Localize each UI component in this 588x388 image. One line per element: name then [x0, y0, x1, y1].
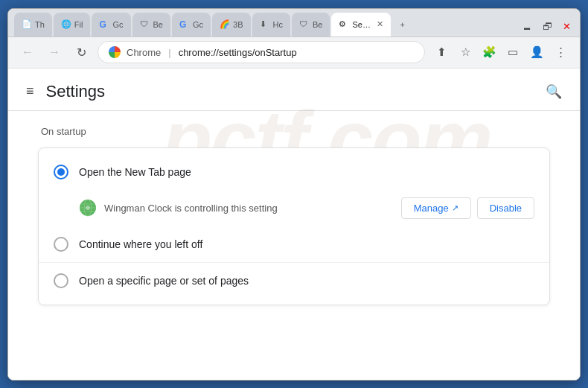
tab-be1[interactable]: 🛡 Be	[132, 13, 170, 36]
share-button[interactable]: ⬆	[431, 42, 452, 63]
radio-new-tab[interactable]	[54, 165, 68, 179]
tab-label-be2: Be	[313, 20, 322, 29]
tab-icon-hc: ⬇	[260, 19, 270, 30]
tab-3b[interactable]: 🌈 3B	[212, 13, 250, 36]
settings-header-left: ≡ Settings	[26, 82, 105, 101]
browser-window: 📄 Th 🌐 Fil G Gc 🛡 Be G Gc 🌈 3B	[7, 8, 581, 381]
tab-gc1[interactable]: G Gc	[92, 13, 130, 36]
extensions-button[interactable]: 🧩	[479, 42, 499, 63]
option-specific[interactable]: Open a specific page or set of pages	[39, 262, 549, 299]
url-separator: |	[168, 47, 170, 58]
share-icon: ⬆	[437, 45, 447, 59]
extensions-icon: 🧩	[482, 45, 496, 59]
settings-title: Settings	[46, 82, 106, 101]
reload-icon: ↻	[77, 45, 86, 60]
profile-button[interactable]: 👤	[526, 42, 547, 63]
more-button[interactable]: ⋮	[550, 42, 571, 63]
new-tab-button[interactable]: +	[392, 13, 412, 36]
manage-label: Manage	[414, 203, 449, 214]
tab-icon-th: 📄	[22, 19, 32, 30]
tab-label-3b: 3B	[233, 20, 243, 29]
tab-be2[interactable]: 🛡 Be	[292, 13, 330, 36]
tab-th[interactable]: 📄 Th	[14, 13, 52, 36]
url-chrome-icon	[109, 46, 121, 58]
tab-icon-settings: ⚙	[339, 19, 349, 30]
option-label-new-tab: Open the New Tab page	[79, 166, 534, 178]
url-chrome-text: Chrome	[127, 47, 161, 58]
tab-label-be1: Be	[153, 20, 163, 29]
option-label-continue: Continue where you left off	[79, 238, 534, 250]
options-card: Open the New Tab page Wingman Clock is c…	[38, 147, 550, 305]
tab-icon-fil: 🌐	[61, 19, 71, 30]
hamburger-menu[interactable]: ≡	[26, 83, 34, 99]
extension-row: Wingman Clock is controlling this settin…	[39, 190, 549, 226]
svg-point-5	[86, 206, 90, 210]
profile-icon: 👤	[530, 45, 544, 59]
manage-button[interactable]: Manage ↗	[401, 197, 471, 219]
option-label-specific: Open a specific page or set of pages	[79, 275, 534, 287]
close-button[interactable]: ✕	[560, 19, 574, 34]
back-button[interactable]: ←	[17, 42, 38, 63]
option-continue[interactable]: Continue where you left off	[39, 226, 549, 262]
section-label: On startup	[38, 126, 550, 137]
tabs-area: 📄 Th 🌐 Fil G Gc 🛡 Be G Gc 🌈 3B	[14, 13, 514, 36]
disable-label: Disable	[490, 203, 522, 214]
sidebar-icon: ▭	[508, 45, 518, 59]
star-icon: ☆	[461, 45, 470, 59]
radio-inner-new-tab	[57, 168, 65, 176]
back-icon: ←	[22, 45, 33, 59]
reload-button[interactable]: ↻	[71, 42, 92, 63]
new-tab-icon: +	[400, 20, 404, 29]
extension-icon	[79, 199, 97, 217]
content-area: pctf.com ≡ Settings 🔍 On startup Open th…	[8, 69, 580, 380]
bookmark-button[interactable]: ☆	[455, 42, 476, 63]
forward-icon: →	[48, 45, 60, 59]
tab-settings[interactable]: ⚙ Settings ✕	[331, 13, 391, 36]
tab-fil[interactable]: 🌐 Fil	[54, 13, 91, 36]
tab-close-settings[interactable]: ✕	[377, 19, 383, 29]
disable-button[interactable]: Disable	[477, 197, 534, 219]
external-link-icon: ↗	[452, 203, 458, 213]
tab-label-hc: Hc	[273, 20, 283, 29]
extension-label: Wingman Clock is controlling this settin…	[104, 203, 394, 214]
settings-search-button[interactable]: 🔍	[546, 83, 562, 100]
title-bar: 📄 Th 🌐 Fil G Gc 🛡 Be G Gc 🌈 3B	[8, 9, 580, 37]
forward-button[interactable]: →	[44, 42, 65, 63]
tab-hc[interactable]: ⬇ Hc	[252, 13, 290, 36]
radio-specific[interactable]	[54, 273, 68, 288]
window-controls: 🗕 🗗 ✕	[520, 19, 574, 36]
url-path: chrome://settings/onStartup	[179, 47, 297, 58]
more-icon: ⋮	[555, 45, 566, 59]
tab-label-gc2: Gc	[193, 20, 203, 29]
tab-label-settings: Settings	[352, 20, 371, 29]
tab-gc2[interactable]: G Gc	[172, 13, 211, 36]
tab-icon-gc1: G	[99, 19, 109, 30]
maximize-button[interactable]: 🗗	[540, 19, 555, 34]
tab-icon-be2: 🛡	[299, 19, 310, 30]
radio-continue[interactable]	[54, 237, 68, 252]
tab-icon-gc2: G	[179, 19, 190, 30]
sidebar-button[interactable]: ▭	[502, 42, 523, 63]
option-new-tab[interactable]: Open the New Tab page	[39, 154, 549, 190]
settings-body: On startup Open the New Tab page Wingman…	[8, 111, 580, 320]
url-bar[interactable]: Chrome | chrome://settings/onStartup	[98, 41, 425, 63]
tab-label-gc1: Gc	[112, 20, 123, 29]
minimize-button[interactable]: 🗕	[520, 19, 535, 34]
tab-label-fil: Fil	[74, 20, 83, 29]
extension-buttons: Manage ↗ Disable	[401, 197, 534, 219]
tab-icon-be1: 🛡	[140, 19, 150, 30]
address-bar: ← → ↻ Chrome | chrome://settings/onStart…	[8, 37, 580, 69]
tab-icon-3b: 🌈	[220, 19, 230, 30]
toolbar-icons: ⬆ ☆ 🧩 ▭ 👤 ⋮	[431, 42, 571, 63]
settings-header: ≡ Settings 🔍	[8, 69, 580, 111]
tab-label-th: Th	[35, 20, 45, 29]
